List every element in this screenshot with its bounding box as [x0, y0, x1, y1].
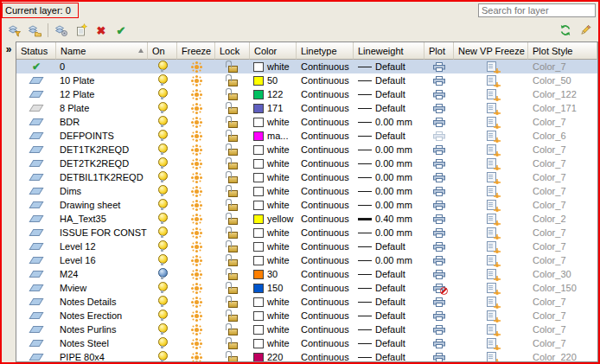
- table-row[interactable]: Mview 150 Continuous Default Color_150: [16, 281, 597, 295]
- vp-freeze-icon[interactable]: [487, 338, 496, 348]
- linetype-cell[interactable]: Continuous: [297, 73, 354, 87]
- lightbulb-icon[interactable]: [158, 240, 168, 250]
- freeze-cell[interactable]: [177, 239, 215, 253]
- lineweight-cell[interactable]: Default: [354, 239, 424, 253]
- freeze-cell[interactable]: [177, 115, 215, 129]
- vp-freeze-icon[interactable]: [487, 117, 496, 127]
- table-row[interactable]: Notes Details white Continuous Default C…: [16, 295, 597, 309]
- plot-cell[interactable]: [424, 184, 454, 198]
- layer-name[interactable]: Level 12: [56, 239, 148, 253]
- color-cell[interactable]: white: [250, 253, 297, 267]
- settings-button[interactable]: [577, 22, 594, 39]
- unlock-icon[interactable]: [228, 190, 238, 197]
- color-swatch[interactable]: [253, 62, 264, 72]
- color-cell[interactable]: white: [250, 295, 297, 309]
- color-swatch[interactable]: [253, 256, 264, 265]
- color-cell[interactable]: white: [250, 170, 297, 184]
- sun-icon[interactable]: [195, 300, 199, 304]
- lock-cell[interactable]: [215, 281, 250, 295]
- sun-icon[interactable]: [195, 217, 199, 221]
- sun-icon[interactable]: [195, 259, 199, 263]
- new-vp-freeze-cell[interactable]: [454, 295, 528, 309]
- layer-name[interactable]: 12 Plate: [56, 87, 148, 101]
- lock-cell[interactable]: [215, 101, 250, 115]
- layer-name[interactable]: DEFPOINTS: [56, 129, 148, 143]
- lightbulb-icon[interactable]: [158, 130, 168, 139]
- column-header-name[interactable]: Name: [56, 42, 148, 60]
- color-swatch[interactable]: [253, 353, 264, 362]
- table-row[interactable]: Dims white Continuous 0.00 mm Color_7: [16, 184, 597, 198]
- lock-cell[interactable]: [215, 184, 250, 198]
- vp-freeze-icon[interactable]: [487, 255, 496, 265]
- lineweight-cell[interactable]: Default: [354, 73, 424, 87]
- layer-name[interactable]: Drawing sheet: [56, 198, 148, 212]
- printer-icon[interactable]: [433, 131, 445, 141]
- lightbulb-icon[interactable]: [158, 157, 168, 167]
- new-vp-freeze-cell[interactable]: [454, 143, 528, 156]
- unlock-icon[interactable]: [228, 66, 238, 73]
- column-header-linetype[interactable]: Linetype: [297, 42, 354, 60]
- linetype-cell[interactable]: Continuous: [297, 184, 354, 198]
- printer-icon[interactable]: [433, 284, 445, 293]
- freeze-cell[interactable]: [177, 309, 215, 322]
- printer-icon[interactable]: [433, 76, 445, 86]
- new-vp-freeze-cell[interactable]: [454, 129, 528, 143]
- layer-states-manager-button[interactable]: [53, 22, 70, 39]
- unlock-icon[interactable]: [228, 301, 238, 308]
- on-cell[interactable]: [148, 322, 177, 336]
- lineweight-cell[interactable]: 0.00 mm: [354, 143, 424, 156]
- lightbulb-icon[interactable]: [158, 74, 168, 84]
- sun-icon[interactable]: [195, 328, 199, 332]
- lineweight-cell[interactable]: Default: [354, 336, 424, 350]
- search-input[interactable]: [479, 5, 595, 16]
- table-row[interactable]: Level 12 white Continuous Default Color_…: [16, 239, 597, 253]
- table-row[interactable]: Notes Purlins white Continuous Default C…: [16, 322, 597, 336]
- sun-icon[interactable]: [195, 79, 199, 83]
- unlock-icon[interactable]: [228, 107, 238, 114]
- lock-cell[interactable]: [215, 253, 250, 267]
- unlock-icon[interactable]: [228, 176, 238, 183]
- refresh-button[interactable]: [557, 22, 574, 39]
- plot-cell[interactable]: [424, 267, 454, 281]
- layer-name[interactable]: Mview: [56, 281, 148, 295]
- printer-icon[interactable]: [433, 104, 445, 113]
- color-cell[interactable]: white: [250, 226, 297, 239]
- layer-name[interactable]: DET1TK2REQD: [56, 143, 148, 156]
- lock-cell[interactable]: [215, 309, 250, 322]
- freeze-cell[interactable]: [177, 336, 215, 350]
- linetype-cell[interactable]: Continuous: [297, 60, 354, 73]
- color-swatch[interactable]: [253, 214, 264, 224]
- new-vp-freeze-cell[interactable]: [454, 101, 528, 115]
- color-swatch[interactable]: [253, 187, 264, 196]
- printer-icon[interactable]: [433, 242, 445, 252]
- color-swatch[interactable]: [253, 297, 264, 307]
- table-row[interactable]: BDR white Continuous 0.00 mm Color_7: [16, 115, 597, 129]
- unlock-icon[interactable]: [228, 329, 238, 335]
- new-vp-freeze-cell[interactable]: [454, 267, 528, 281]
- color-cell[interactable]: white: [250, 115, 297, 129]
- table-row[interactable]: 8 Plate 171 Continuous Default Color_171: [16, 101, 597, 115]
- vp-freeze-icon[interactable]: [487, 89, 496, 99]
- printer-icon[interactable]: [433, 187, 445, 196]
- sun-icon[interactable]: [195, 134, 199, 138]
- printer-icon[interactable]: [433, 118, 445, 127]
- on-cell[interactable]: [148, 60, 177, 73]
- new-vp-freeze-cell[interactable]: [454, 73, 528, 87]
- layer-name[interactable]: Dims: [56, 184, 148, 198]
- vp-freeze-icon[interactable]: [487, 324, 496, 335]
- printer-icon[interactable]: [433, 214, 445, 224]
- vp-freeze-icon[interactable]: [487, 144, 496, 155]
- lightbulb-icon[interactable]: [158, 213, 168, 222]
- color-swatch[interactable]: [253, 242, 264, 252]
- freeze-cell[interactable]: [177, 60, 215, 73]
- lineweight-cell[interactable]: Default: [354, 267, 424, 281]
- lock-cell[interactable]: [215, 73, 250, 87]
- lock-cell[interactable]: [215, 322, 250, 336]
- layer-name[interactable]: 8 Plate: [56, 101, 148, 115]
- printer-icon[interactable]: [433, 62, 445, 72]
- vp-freeze-icon[interactable]: [487, 131, 496, 141]
- color-cell[interactable]: yellow: [250, 212, 297, 226]
- layer-name[interactable]: Notes Purlins: [56, 322, 148, 336]
- sun-icon[interactable]: [195, 342, 199, 346]
- printer-icon[interactable]: [433, 173, 445, 182]
